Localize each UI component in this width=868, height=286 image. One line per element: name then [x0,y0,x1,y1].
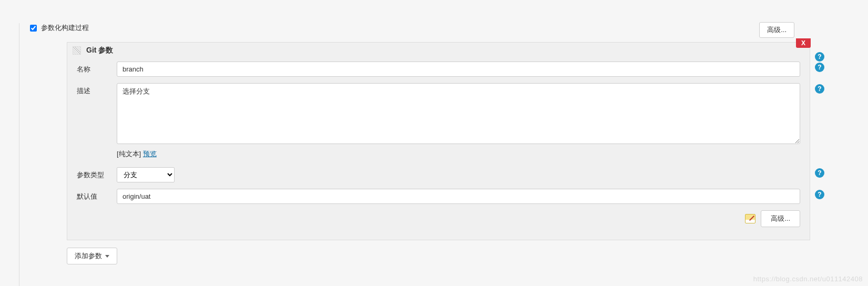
name-label: 名称 [77,62,115,74]
description-label: 描述 [77,83,115,96]
advanced-button-top[interactable]: 高级... [759,22,794,38]
advanced-button[interactable]: 高级... [761,210,800,227]
help-icon[interactable]: ? [815,168,824,178]
add-param-row: 添加参数 [67,248,868,264]
drag-handle-icon[interactable] [73,46,81,55]
help-icon[interactable]: ? [815,190,824,199]
add-parameter-label: 添加参数 [75,251,102,261]
default-value-label: 默认值 [77,189,115,201]
help-icon[interactable]: ? [815,63,824,72]
git-parameter-title: Git 参数 [86,46,113,55]
description-textarea[interactable]: 选择分支 [117,83,800,144]
param-type-select[interactable]: 分支 [117,167,175,182]
param-type-label: 参数类型 [77,167,115,180]
parameterized-build-label: 参数化构建过程 [41,23,89,33]
add-parameter-button[interactable]: 添加参数 [67,248,117,264]
close-button[interactable]: X [796,38,811,48]
bottom-actions: 高级... [67,207,810,230]
name-input[interactable] [117,62,800,77]
edit-icon[interactable] [745,214,755,223]
git-parameter-header: Git 参数 X ? [67,43,810,58]
description-format-hint: [纯文本] 预览 [117,149,810,159]
preview-link[interactable]: 预览 [143,150,157,158]
format-plain-text: [纯文本] [117,150,143,158]
parameterized-build-checkbox[interactable] [30,25,37,32]
git-parameter-section: Git 参数 X ? 名称 ? 描述 选择分支 ? [纯文本] 预览 参数类型 … [67,42,810,240]
param-type-row: 参数类型 分支 ? [67,164,810,186]
chevron-down-icon [105,255,109,258]
parameterized-build-row: 参数化构建过程 ? [30,23,868,33]
help-icon[interactable]: ? [815,52,824,62]
default-value-input[interactable] [117,189,800,204]
description-row: 描述 选择分支 ? [67,80,810,147]
name-row: 名称 ? [67,58,810,80]
default-value-row: 默认值 ? [67,186,810,207]
help-icon[interactable]: ? [815,84,824,94]
